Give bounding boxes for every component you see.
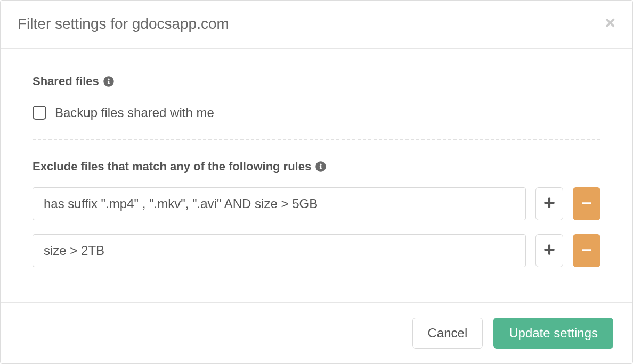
backup-shared-label: Backup files shared with me <box>55 105 214 120</box>
remove-rule-button[interactable] <box>573 187 600 220</box>
rule-row <box>33 234 600 267</box>
minus-icon <box>581 242 592 259</box>
info-icon[interactable] <box>103 76 114 87</box>
exclude-rules-label: Exclude files that match any of the foll… <box>33 160 600 173</box>
rule-input[interactable] <box>33 187 526 220</box>
rule-input[interactable] <box>33 234 526 267</box>
modal-footer: Cancel Update settings <box>1 302 632 363</box>
add-rule-button[interactable] <box>535 234 563 267</box>
close-button[interactable]: × <box>605 13 615 31</box>
divider <box>33 139 600 140</box>
exclude-rules-label-text: Exclude files that match any of the foll… <box>33 160 311 173</box>
close-icon: × <box>605 12 615 32</box>
cancel-button[interactable]: Cancel <box>412 318 483 349</box>
rules-container <box>33 187 600 267</box>
shared-files-label-text: Shared files <box>33 75 99 88</box>
modal-body: Shared files Backup files shared with me… <box>1 49 632 302</box>
modal-header: Filter settings for gdocsapp.com × <box>1 1 632 49</box>
minus-icon <box>581 195 592 212</box>
add-rule-button[interactable] <box>535 187 563 220</box>
filter-settings-modal: Filter settings for gdocsapp.com × Share… <box>0 0 633 364</box>
plus-icon <box>543 195 555 212</box>
modal-title: Filter settings for gdocsapp.com <box>18 15 229 32</box>
backup-shared-checkbox[interactable] <box>33 106 46 120</box>
shared-files-label: Shared files <box>33 75 600 88</box>
info-icon[interactable] <box>315 161 326 172</box>
plus-icon <box>543 242 555 259</box>
remove-rule-button[interactable] <box>573 234 600 267</box>
rule-row <box>33 187 600 220</box>
backup-shared-row: Backup files shared with me <box>33 105 600 120</box>
update-settings-button[interactable]: Update settings <box>493 318 613 349</box>
